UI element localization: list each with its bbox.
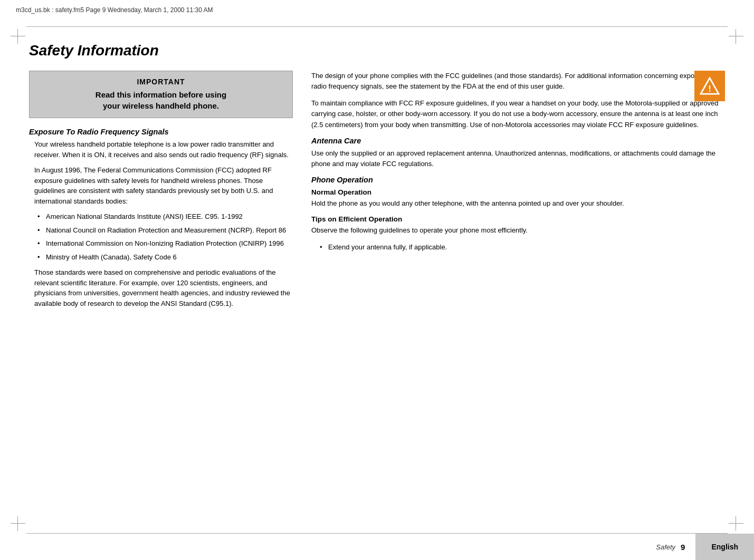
warning-icon-box: ! (694, 71, 725, 101)
left-column: IMPORTANT Read this information before u… (29, 71, 293, 314)
right-para-1: The design of your phone complies with t… (311, 71, 725, 92)
right-para-2: To maintain compliance with FCC RF expos… (311, 98, 725, 130)
right-column: ! The design of your phone complies with… (311, 71, 725, 258)
main-content: Safety Information IMPORTANT Read this i… (29, 37, 725, 523)
footer-safety-label: Safety (656, 543, 675, 551)
important-title: IMPORTANT (40, 78, 282, 86)
warning-triangle-icon: ! (700, 77, 720, 95)
phone-operation-heading: Phone Operation (311, 176, 725, 184)
tips-bullet-1: Extend your antenna fully, if applicable… (322, 242, 725, 253)
list-item-ncrp: National Council on Radiation Protection… (40, 225, 293, 236)
footer-center: Safety 9 (656, 543, 685, 552)
crosshair-top-left (11, 29, 25, 44)
exposure-para-2: In August 1996, The Federal Communicatio… (29, 165, 293, 206)
list-item-ansi: American National Standards Institute (A… (40, 211, 293, 222)
antenna-care-para: Use only the supplied or an approved rep… (311, 148, 725, 169)
two-column-layout: IMPORTANT Read this information before u… (29, 71, 725, 314)
header-text: m3cd_us.bk : safety.fm5 Page 9 Wednesday… (16, 6, 213, 14)
footer-english-tab: English (695, 534, 754, 560)
important-subtitle: Read this information before usingyour w… (40, 89, 282, 111)
header-bar: m3cd_us.bk : safety.fm5 Page 9 Wednesday… (0, 0, 754, 20)
svg-text:!: ! (708, 84, 711, 94)
standards-list: American National Standards Institute (A… (29, 211, 293, 262)
crosshair-bottom-right (729, 516, 743, 531)
exposure-para-after: Those standards were based on comprehens… (29, 267, 293, 308)
footer-english-label: English (711, 543, 738, 551)
tips-para: Observe the following guidelines to oper… (311, 225, 725, 236)
exposure-para-1: Your wireless handheld portable telephon… (29, 139, 293, 160)
normal-operation-heading: Normal Operation (311, 188, 725, 196)
tips-heading: Tips on Efficient Operation (311, 215, 725, 223)
antenna-care-heading: Antenna Care (311, 137, 725, 145)
important-box: IMPORTANT Read this information before u… (29, 71, 293, 118)
exposure-section-heading: Exposure To Radio Frequency Signals (29, 128, 293, 136)
normal-operation-para: Hold the phone as you would any other te… (311, 198, 725, 209)
top-rule (26, 26, 728, 27)
list-item-health-canada: Ministry of Health (Canada), Safety Code… (40, 252, 293, 263)
crosshair-bottom-left (11, 516, 25, 531)
list-item-icnirp: International Commission on Non-Ionizing… (40, 238, 293, 249)
crosshair-top-right (729, 29, 743, 44)
footer-bar: Safety 9 English (0, 534, 754, 560)
page-title: Safety Information (29, 42, 725, 59)
tips-list: Extend your antenna fully, if applicable… (311, 242, 725, 253)
footer-page-number: 9 (681, 543, 685, 552)
